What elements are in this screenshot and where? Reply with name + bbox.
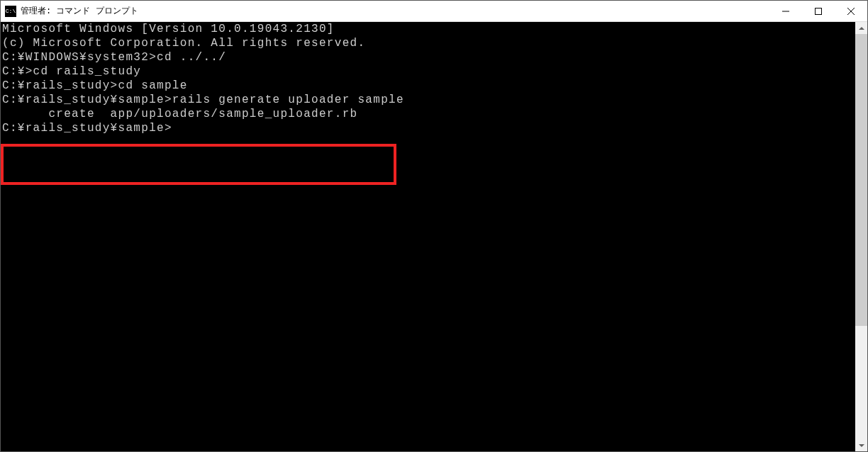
svg-marker-4 [859, 27, 864, 30]
cmd-icon: C:\ [5, 6, 16, 17]
terminal-line: C:¥rails_study¥sample>rails generate upl… [2, 93, 854, 107]
terminal-line: C:¥rails_study¥sample> [2, 121, 854, 135]
terminal-line: (c) Microsoft Corporation. All rights re… [2, 36, 854, 50]
terminal-body: Microsoft Windows [Version 10.0.19043.21… [1, 22, 867, 451]
maximize-button[interactable] [802, 1, 835, 21]
terminal-line: Microsoft Windows [Version 10.0.19043.21… [2, 22, 854, 36]
scroll-down-arrow[interactable] [855, 439, 867, 451]
window-controls [769, 1, 867, 21]
command-prompt-window: C:\ 管理者: コマンド プロンプト Microsoft Windows [V… [0, 0, 868, 452]
window-title: 管理者: コマンド プロンプト [21, 5, 138, 17]
scroll-up-arrow[interactable] [855, 22, 867, 34]
svg-rect-1 [816, 8, 822, 14]
titlebar-left: C:\ 管理者: コマンド プロンプト [1, 5, 138, 17]
terminal-line: C:¥rails_study>cd sample [2, 79, 854, 93]
vertical-scrollbar[interactable] [855, 22, 867, 451]
svg-marker-5 [859, 444, 864, 447]
scroll-thumb[interactable] [855, 34, 867, 326]
terminal-line: C:¥>cd rails_study [2, 64, 854, 79]
terminal-line: create app/uploaders/sample_uploader.rb [2, 107, 854, 121]
minimize-button[interactable] [769, 1, 802, 21]
close-button[interactable] [835, 1, 867, 21]
terminal-line: C:¥WINDOWS¥system32>cd ../../ [2, 50, 854, 64]
titlebar[interactable]: C:\ 管理者: コマンド プロンプト [1, 1, 867, 22]
terminal-output[interactable]: Microsoft Windows [Version 10.0.19043.21… [1, 22, 855, 451]
scroll-track[interactable] [855, 34, 867, 439]
